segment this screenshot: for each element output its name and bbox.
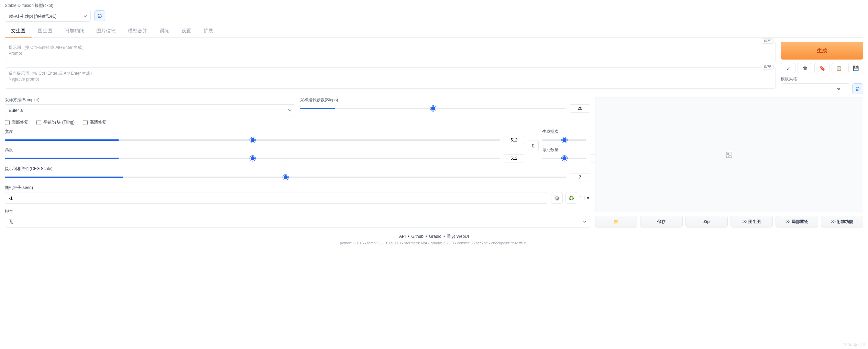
cfg-slider[interactable] [5,177,566,178]
batch-count-label: 生成批次 [542,129,590,135]
tab-3[interactable]: 图片信息 [90,25,122,37]
send-inpaint-button[interactable]: >> 局部重绘 [776,216,818,228]
seed-input[interactable] [5,192,548,204]
sampler-label: 采样方法(Sampler) [5,97,295,103]
style-select[interactable]: × [781,83,850,94]
chevron-down-icon [84,14,87,19]
script-value: 无 [9,219,13,225]
output-preview [595,97,863,212]
send-extras-button[interactable]: >> 附加功能 [821,216,863,228]
tabs: 文生图图生图附加功能图片信息模型合并训练设置扩展 [5,25,863,38]
width-input[interactable] [504,136,524,144]
refresh-model-button[interactable] [94,10,105,21]
steps-input[interactable] [570,104,590,113]
height-label: 高度 [5,147,524,153]
tab-1[interactable]: 图生图 [32,25,58,37]
style-label: 模板风格 [781,76,863,82]
negative-prompt-input[interactable] [5,67,776,89]
batch-size-label: 每批数量 [542,147,590,153]
model-value: sd-v1-4.ckpt [fe4efff1e1] [9,13,56,19]
footer-link[interactable]: 重启 WebUI [447,234,469,239]
interrogate-button[interactable]: ↙ [781,63,795,73]
tiling-check[interactable]: 平铺/分块 (Tiling) [36,119,75,125]
batch-size-slider[interactable] [542,158,586,159]
clear-prompt-button[interactable]: 🗑 [798,63,812,73]
open-folder-button[interactable]: 📁 [595,216,637,228]
zip-button[interactable]: Zip [685,216,728,228]
seed-extra-check[interactable]: ▼ [580,195,590,201]
swap-wh-button[interactable]: ⇅ [528,140,539,151]
model-select[interactable]: sd-v1-4.ckpt [fe4efff1e1] [5,10,91,22]
prompt-counter: 0/75 [762,38,774,44]
image-placeholder-icon [725,151,733,159]
sampler-select[interactable]: Euler a [5,104,295,116]
cfg-label: 提示词相关性(CFG Scale) [5,166,590,172]
footer-link[interactable]: Github [411,234,423,239]
height-slider[interactable] [5,158,500,159]
script-select[interactable]: 无 [5,216,590,228]
tab-0[interactable]: 文生图 [5,25,32,38]
clear-style-icon[interactable]: × [837,86,840,92]
negative-prompt-counter: 0/75 [762,64,774,70]
svg-point-1 [727,153,729,155]
tab-4[interactable]: 模型合并 [122,25,153,37]
tab-2[interactable]: 附加功能 [58,25,90,37]
prompt-input[interactable] [5,42,776,63]
height-input[interactable] [504,154,524,162]
tab-5[interactable]: 训练 [153,25,175,37]
batch-count-slider[interactable] [542,139,586,141]
random-seed-button[interactable]: 🎲 [551,192,563,204]
reuse-seed-button[interactable]: ♻️ [565,192,577,204]
cfg-input[interactable] [570,173,590,181]
chevron-down-icon [583,219,586,224]
tab-6[interactable]: 设置 [175,25,197,37]
send-img2img-button[interactable]: >> 图生图 [730,216,773,228]
chevron-down-icon [288,108,292,113]
styles-button[interactable]: 🔖 [814,63,829,73]
tab-7[interactable]: 扩展 [197,25,219,37]
hires-check[interactable]: 高清修复 [83,119,106,125]
width-label: 宽度 [5,129,524,135]
footer: API•Github•Gradio•重启 WebUI python: 3.10.… [5,234,863,245]
script-label: 脚本 [5,209,590,214]
refresh-styles-button[interactable] [852,83,863,94]
save-style-button[interactable]: 💾 [848,63,863,73]
seed-label: 随机种子(seed) [5,185,590,191]
face-restore-check[interactable]: 面部修复 [5,119,28,125]
footer-link[interactable]: API [399,234,406,239]
sampler-value: Euler a [9,108,23,113]
generate-button[interactable]: 生成 [781,42,863,60]
paste-button[interactable]: 📋 [832,63,846,73]
footer-link[interactable]: Gradio [429,234,441,239]
width-slider[interactable] [5,139,500,141]
svg-rect-0 [726,152,732,158]
steps-slider[interactable] [300,108,567,109]
save-button[interactable]: 保存 [640,216,682,228]
model-label: Stable Diffusion 模型(ckpt) [5,3,863,9]
steps-label: 采样迭代步数(Steps) [300,97,591,103]
